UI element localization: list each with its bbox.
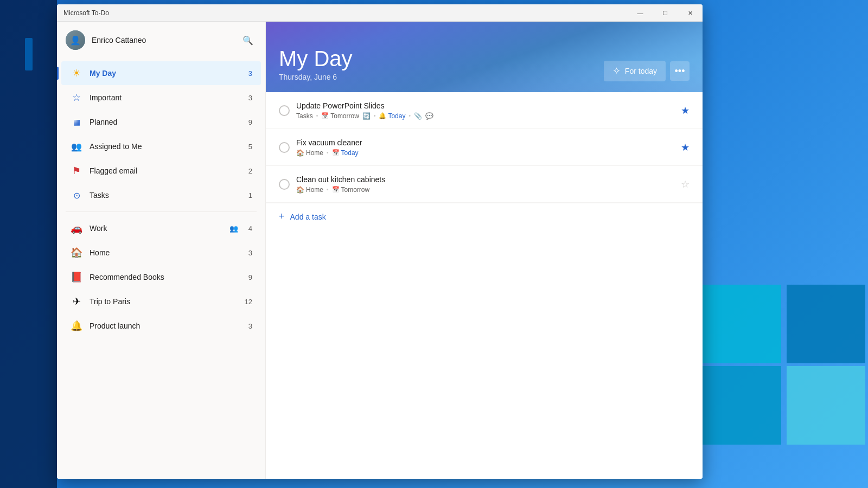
- task-meta-dot: •: [327, 150, 329, 156]
- task-meta-dot: •: [316, 113, 318, 119]
- task-complete-checkbox[interactable]: [279, 142, 290, 153]
- sidebar-item-label-tasks: Tasks: [90, 191, 241, 200]
- sidebar-item-label-home: Home: [90, 248, 241, 257]
- task-title: Fix vacuum cleaner: [296, 138, 674, 147]
- home-list-icon: 🏠: [296, 149, 304, 157]
- work-icon: 🚗: [70, 222, 83, 235]
- sidebar-item-count-tasks: 1: [241, 191, 252, 200]
- avatar-image: 👤: [66, 30, 85, 50]
- task-meta: 🏠 Home • 📅 Today: [296, 149, 674, 157]
- tasks-container: Update PowerPoint Slides Tasks • 📅 Tomor…: [266, 92, 703, 479]
- home-list-icon: 🏠: [296, 186, 304, 194]
- sidebar-item-paris[interactable]: ✈ Trip to Paris 12: [61, 290, 261, 313]
- title-bar-text: Microsoft To-Do: [63, 9, 109, 17]
- assigned-icon: 👥: [70, 140, 83, 153]
- title-bar-controls: — ☐ ✕: [628, 4, 703, 21]
- maximize-button[interactable]: ☐: [653, 4, 678, 22]
- task-item: Clean out kitchen cabinets 🏠 Home • 📅 To…: [266, 166, 703, 203]
- bell-icon: 🔔: [379, 112, 386, 119]
- search-button[interactable]: 🔍: [239, 31, 257, 49]
- task-list-name: 🏠 Home: [296, 186, 323, 194]
- sidebar-item-assigned[interactable]: 👥 Assigned to Me 5: [61, 134, 261, 158]
- sidebar-item-count-paris: 12: [241, 298, 252, 306]
- app-window: Microsoft To-Do — ☐ ✕ 👤 Enrico Cattaneo …: [57, 4, 703, 479]
- sidebar-item-count-books: 9: [241, 273, 252, 281]
- main-header: My Day Thursday, June 6 ✧ For today •••: [266, 22, 703, 92]
- close-button[interactable]: ✕: [678, 4, 703, 22]
- sidebar-item-count-work: 4: [241, 224, 252, 233]
- for-today-icon: ✧: [612, 65, 621, 77]
- sidebar-item-flagged[interactable]: ⚑ Flagged email 2: [61, 159, 261, 183]
- books-icon: 📕: [70, 271, 83, 284]
- task-due-date: 📅 Tomorrow: [332, 186, 370, 194]
- sidebar-nav: ☀ My Day 3 ☆ Important 3 ▦ Planned 9: [57, 59, 265, 479]
- edge-icon-1: [25, 38, 33, 70]
- sidebar-item-label-paris: Trip to Paris: [90, 297, 241, 306]
- calendar-icon: 📅: [332, 149, 340, 156]
- task-list-name: 🏠 Home: [296, 149, 323, 157]
- task-meta-dot: •: [327, 187, 329, 192]
- task-content: Clean out kitchen cabinets 🏠 Home • 📅 To…: [296, 175, 674, 194]
- sidebar-item-label-work: Work: [90, 224, 229, 233]
- task-meta-dot2: •: [374, 113, 376, 119]
- header-text: My Day Thursday, June 6: [279, 47, 353, 81]
- task-meta-dot3: •: [409, 113, 411, 119]
- win-quad-tr: [787, 285, 865, 363]
- sidebar-item-my-day[interactable]: ☀ My Day 3: [61, 61, 261, 85]
- sidebar-item-books[interactable]: 📕 Recommended Books 9: [61, 265, 261, 289]
- main-panel: My Day Thursday, June 6 ✧ For today •••: [266, 22, 703, 479]
- sidebar-item-count-home: 3: [241, 249, 252, 257]
- sidebar-item-important[interactable]: ☆ Important 3: [61, 86, 261, 110]
- sidebar-item-work[interactable]: 🚗 Work 👥 4: [61, 216, 261, 240]
- for-today-label: For today: [625, 67, 657, 75]
- home-icon: 🏠: [70, 246, 83, 259]
- sidebar-item-label-important: Important: [90, 93, 241, 102]
- sidebar-item-label-assigned: Assigned to Me: [90, 142, 241, 151]
- sidebar-item-planned[interactable]: ▦ Planned 9: [61, 110, 261, 134]
- sidebar-item-label-product: Product launch: [90, 322, 241, 330]
- sidebar-item-count-my-day: 3: [241, 69, 252, 78]
- important-icon: ☆: [70, 91, 83, 104]
- sidebar-header: 👤 Enrico Cattaneo 🔍: [57, 22, 265, 59]
- paris-icon: ✈: [70, 295, 83, 308]
- header-content: My Day Thursday, June 6 ✧ For today •••: [279, 47, 690, 81]
- minimize-button[interactable]: —: [628, 4, 653, 22]
- sidebar: 👤 Enrico Cattaneo 🔍 ☀ My Day 3 ☆ Importa…: [57, 22, 266, 479]
- work-shared-icon: 👥: [229, 224, 238, 233]
- for-today-button[interactable]: ✧ For today: [604, 61, 666, 81]
- sidebar-item-home[interactable]: 🏠 Home 3: [61, 241, 261, 265]
- calendar-icon: 📅: [332, 186, 340, 193]
- sidebar-item-count-assigned: 5: [241, 143, 252, 151]
- main-subtitle: Thursday, June 6: [279, 73, 353, 81]
- task-meta: 🏠 Home • 📅 Tomorrow: [296, 186, 674, 194]
- task-reminder: 🔔 Today: [379, 112, 405, 120]
- sidebar-item-tasks[interactable]: ⊙ Tasks 1: [61, 183, 261, 207]
- add-task-plus-icon: +: [279, 211, 285, 222]
- tasks-icon: ⊙: [70, 189, 83, 202]
- sidebar-item-count-important: 3: [241, 94, 252, 102]
- task-star-button[interactable]: ★: [681, 105, 690, 117]
- sidebar-item-label-books: Recommended Books: [90, 273, 241, 281]
- flagged-icon: ⚑: [70, 164, 83, 177]
- task-complete-checkbox[interactable]: [279, 179, 290, 190]
- sidebar-item-label-my-day: My Day: [90, 69, 241, 78]
- more-options-button[interactable]: •••: [670, 61, 690, 81]
- sidebar-item-label-flagged: Flagged email: [90, 166, 241, 175]
- win-quad-br: [787, 366, 865, 445]
- sidebar-item-count-flagged: 2: [241, 167, 252, 175]
- task-list-name: Tasks: [296, 112, 313, 120]
- task-complete-checkbox[interactable]: [279, 105, 290, 116]
- task-star-button[interactable]: ★: [681, 142, 690, 153]
- task-star-button[interactable]: ☆: [681, 178, 690, 190]
- main-title: My Day: [279, 47, 353, 70]
- sidebar-item-product[interactable]: 🔔 Product launch 3: [61, 314, 261, 338]
- task-due-date: 📅 Tomorrow: [321, 112, 359, 120]
- task-recurrence-icon: 🔄: [362, 112, 371, 120]
- win-quad-bl: [703, 366, 781, 445]
- task-note-icon: 💬: [425, 112, 433, 120]
- task-item: Fix vacuum cleaner 🏠 Home • 📅 Today: [266, 129, 703, 166]
- avatar[interactable]: 👤: [66, 30, 85, 50]
- product-icon: 🔔: [70, 319, 83, 332]
- add-task-button[interactable]: + Add a task: [266, 203, 703, 230]
- app-body: 👤 Enrico Cattaneo 🔍 ☀ My Day 3 ☆ Importa…: [57, 22, 703, 479]
